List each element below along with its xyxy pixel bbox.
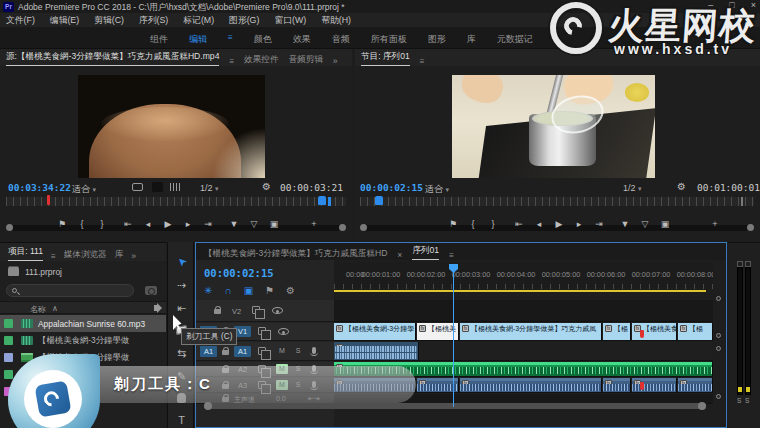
audio-clip[interactable]: fx — [334, 342, 419, 360]
track-name-a1[interactable]: A1 — [234, 346, 251, 357]
step-back-button[interactable]: ◂ — [529, 219, 549, 229]
drag-audio-icon[interactable] — [170, 183, 182, 191]
program-resolution-dropdown[interactable]: 1/2 ▾ — [623, 183, 642, 193]
project-file-row[interactable]: 111.prproj — [8, 267, 62, 277]
workspace-menu-icon[interactable]: ≡ — [228, 33, 233, 46]
timeline-marker-icon[interactable]: ⚑ — [265, 285, 274, 296]
insert-button[interactable]: ▼ — [224, 219, 244, 229]
go-to-out-button[interactable]: ⇥ — [198, 219, 218, 229]
workspace-assembly[interactable]: 组件 — [150, 33, 168, 46]
export-frame-button[interactable]: ▣ — [655, 219, 675, 229]
button-editor-button[interactable]: + — [304, 219, 324, 229]
mute-button[interactable]: M — [276, 346, 288, 356]
list-item[interactable]: Appalachian Sunrise 60.mp3 — [0, 315, 166, 332]
lock-icon[interactable] — [214, 309, 221, 314]
step-forward-button[interactable]: ▸ — [178, 219, 198, 229]
tab-close-icon[interactable]: × — [397, 250, 402, 260]
tab-effect-controls[interactable]: 效果控件 — [244, 54, 278, 66]
timeline-playhead[interactable] — [453, 264, 454, 407]
workspace-color[interactable]: 颜色 — [254, 33, 272, 46]
settings-toggle-icon[interactable] — [152, 182, 163, 192]
toggle-track-output-icon[interactable] — [272, 307, 283, 314]
menu-window[interactable]: 窗口(W) — [274, 15, 306, 27]
label-color-swatch[interactable] — [4, 353, 13, 362]
go-to-in-button[interactable]: ⇤ — [118, 219, 138, 229]
timeline-ruler[interactable]: 00:00 00:00:01:00 00:00:02:00 00:00:03:0… — [334, 262, 713, 289]
source-patch-a1[interactable]: A1 — [200, 346, 217, 357]
video-clip[interactable]: fx 【楊桃美食網-3分鐘學做菜】巧克力戚風 — [460, 323, 602, 340]
selection-tool[interactable]: ➤ — [168, 252, 195, 272]
export-frame-button[interactable]: ▣ — [264, 219, 284, 229]
add-marker-button[interactable]: ⚑ — [443, 219, 463, 229]
extract-button[interactable]: ▽ — [635, 219, 655, 229]
tab-project[interactable]: 项目: 111 — [8, 246, 43, 261]
workspace-effects[interactable]: 效果 — [293, 33, 311, 46]
list-column-header[interactable]: 名称 ∧ — [0, 301, 166, 314]
linked-selection-icon[interactable]: ▣ — [244, 285, 253, 296]
sync-lock-icon[interactable] — [258, 327, 266, 335]
label-color-swatch[interactable] — [4, 370, 13, 379]
program-time-ruler[interactable] — [360, 197, 754, 206]
tab-sequence-01[interactable]: 序列01 — [412, 245, 439, 260]
menu-sequence[interactable]: 序列(S) — [139, 15, 168, 27]
drag-video-icon[interactable] — [132, 183, 143, 191]
source-zoom-dropdown[interactable]: 适合 ▾ — [72, 183, 96, 196]
track-resize-handle[interactable] — [716, 346, 721, 351]
lock-icon[interactable] — [222, 350, 229, 355]
workspace-audio[interactable]: 音频 — [332, 33, 350, 46]
source-monitor-tab[interactable]: 源:【楊桃美食網-3分鐘學做菜】巧克力戚風蛋糕HD.mp4 — [6, 51, 219, 66]
button-editor-button[interactable]: + — [705, 219, 725, 229]
sync-lock-icon[interactable] — [252, 306, 260, 314]
source-red-marker[interactable] — [47, 195, 50, 205]
source-settings-wrench-icon[interactable]: ⚙ — [262, 181, 271, 192]
menu-file[interactable]: 文件(F) — [6, 15, 35, 27]
add-marker-button[interactable]: ⚑ — [52, 219, 72, 229]
tab-audio-clip-mixer[interactable]: 音频剪辑 — [288, 54, 322, 66]
step-forward-button[interactable]: ▸ — [569, 219, 589, 229]
source-timecode[interactable]: 00:03:34:22 — [8, 182, 71, 193]
program-playhead[interactable] — [375, 196, 383, 205]
track-select-forward-tool[interactable]: ⇢ — [168, 275, 195, 295]
program-settings-wrench-icon[interactable]: ⚙ — [677, 181, 686, 192]
label-color-swatch[interactable] — [4, 336, 13, 345]
tab-media-browser[interactable]: 媒体浏览器 — [64, 249, 107, 261]
source-resolution-dropdown[interactable]: 1/2 ▾ — [200, 183, 219, 193]
name-column-label[interactable]: 名称 — [30, 304, 46, 315]
panel-menu-icon[interactable]: ≡ — [449, 251, 454, 260]
label-color-swatch[interactable] — [4, 319, 13, 328]
track-name-v2[interactable]: V2 — [228, 306, 245, 317]
panel-menu-icon[interactable]: ≡ — [420, 57, 425, 66]
video-clip[interactable]: fx 【楊桃美食 — [632, 323, 677, 340]
lift-button[interactable]: ▼ — [615, 219, 635, 229]
menu-edit[interactable]: 编辑(E) — [50, 15, 79, 27]
close-button[interactable]: × — [751, 0, 756, 10]
solo-button[interactable]: S — [292, 346, 304, 356]
go-to-out-button[interactable]: ⇥ — [589, 219, 609, 229]
audio-clip[interactable]: fx — [678, 378, 713, 392]
workspace-libraries[interactable]: 库 — [467, 33, 476, 46]
toggle-track-output-icon[interactable] — [278, 328, 289, 335]
video-clip[interactable]: fx 【楊 — [678, 323, 713, 340]
workspace-graphics[interactable]: 图形 — [428, 33, 446, 46]
maximize-button[interactable]: □ — [729, 0, 734, 10]
menu-graphics[interactable]: 图形(G) — [229, 15, 259, 27]
workspace-metadata[interactable]: 元数据记 — [497, 33, 533, 46]
menu-clip[interactable]: 剪辑(C) — [94, 15, 124, 27]
overwrite-button[interactable]: ▽ — [244, 219, 264, 229]
menu-marker[interactable]: 标记(M) — [183, 15, 214, 27]
program-timecode[interactable]: 00:00:02:15 — [360, 182, 423, 193]
type-tool[interactable]: T — [168, 410, 195, 428]
slip-tool[interactable]: ⇆ — [168, 343, 195, 363]
ripple-edit-tool[interactable]: ⇤ — [168, 298, 195, 318]
tab-sequence-cake[interactable]: 【楊桃美食網-3分鐘學做菜】巧克力戚風蛋糕HD — [204, 248, 387, 260]
search-options-icon[interactable] — [145, 286, 157, 295]
snap-magnet-icon[interactable]: ∩ — [224, 285, 231, 296]
play-button[interactable]: ▶ — [549, 219, 569, 229]
panel-menu-icon[interactable]: ≡ — [229, 57, 234, 66]
panel-menu-icon[interactable]: ≡ — [51, 252, 56, 261]
video-clip[interactable]: fx 【楊桃美食網-3分鐘學 — [334, 323, 416, 340]
workspace-editing[interactable]: 编辑 — [189, 33, 207, 46]
timeline-horizontal-scrollbar[interactable] — [204, 403, 706, 409]
minimize-button[interactable]: – — [708, 0, 713, 10]
audio-clip[interactable]: fx — [603, 378, 631, 392]
